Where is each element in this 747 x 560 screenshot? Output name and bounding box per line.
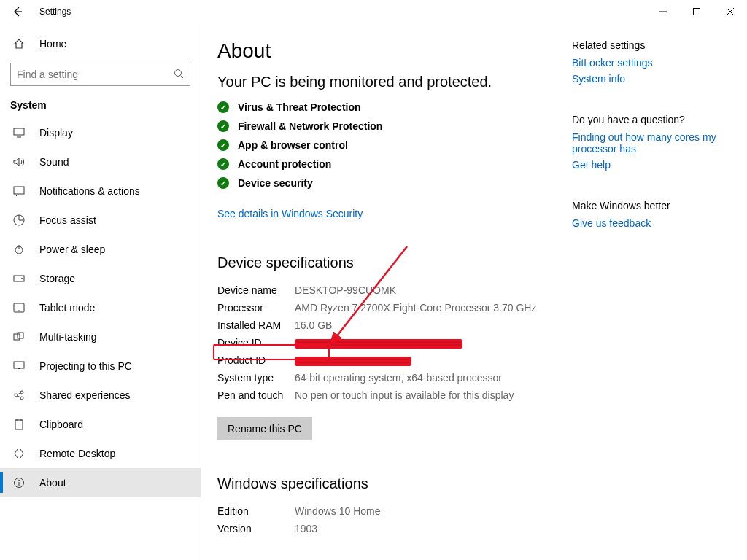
sidebar-item-notifications[interactable]: Notifications & actions <box>0 176 201 206</box>
sidebar-item-about[interactable]: About <box>0 468 201 497</box>
back-button[interactable] <box>6 0 29 23</box>
sidebar-item-multitasking[interactable]: Multi-tasking <box>0 322 201 351</box>
svg-point-18 <box>15 394 18 397</box>
check-icon: ✓ <box>217 158 229 170</box>
device-spec-table: Device name DESKTOP-99CUOMK Processor AM… <box>217 281 557 404</box>
window-title: Settings <box>39 7 71 17</box>
sidebar-section-label: System <box>0 93 201 118</box>
maximize-button[interactable] <box>680 0 713 23</box>
sidebar: Home System Display Sound Notifications … <box>0 23 201 560</box>
protection-item: ✓Firewall & Network Protection <box>217 120 557 132</box>
minimize-icon <box>659 8 667 15</box>
sidebar-item-display[interactable]: Display <box>0 118 201 147</box>
check-icon: ✓ <box>217 177 229 189</box>
sidebar-item-label: Remote Desktop <box>39 448 115 459</box>
svg-line-5 <box>181 75 184 78</box>
sidebar-item-remote[interactable]: Remote Desktop <box>0 439 201 468</box>
better-heading: Make Windows better <box>572 200 732 211</box>
spec-row-device-name: Device name DESKTOP-99CUOMK <box>217 281 557 299</box>
sidebar-item-tablet[interactable]: Tablet mode <box>0 293 201 322</box>
spec-row-ram: Installed RAM 16.0 GB <box>217 316 557 334</box>
aside: Related settings BitLocker settings Syst… <box>572 39 732 560</box>
spec-row-version: Version 1903 <box>217 520 557 537</box>
focus-assist-icon <box>12 214 26 226</box>
sidebar-item-label: Notifications & actions <box>39 185 140 197</box>
protection-item: ✓App & browser control <box>217 139 557 151</box>
spec-row-processor: Processor AMD Ryzen 7 2700X Eight-Core P… <box>217 299 557 316</box>
sidebar-item-shared[interactable]: Shared experiences <box>0 381 201 410</box>
power-icon <box>12 244 26 255</box>
svg-point-14 <box>18 310 20 311</box>
rename-pc-button[interactable]: Rename this PC <box>217 417 312 440</box>
back-arrow-icon <box>12 7 23 17</box>
sidebar-item-clipboard[interactable]: Clipboard <box>0 410 201 439</box>
tablet-icon <box>12 303 26 313</box>
maximize-icon <box>693 8 700 15</box>
check-icon: ✓ <box>217 139 229 151</box>
page-title: About <box>217 39 557 63</box>
protection-list: ✓Virus & Threat Protection ✓Firewall & N… <box>217 101 557 189</box>
sidebar-item-label: Multi-tasking <box>39 331 97 343</box>
windows-spec-table: Edition Windows 10 Home Version 1903 <box>217 502 557 537</box>
protection-heading: Your PC is being monitored and protected… <box>217 73 557 91</box>
feedback-link[interactable]: Give us feedback <box>572 217 732 229</box>
sidebar-item-label: Shared experiences <box>39 389 131 401</box>
close-icon <box>727 8 734 15</box>
sidebar-item-focus-assist[interactable]: Focus assist <box>0 206 201 235</box>
sidebar-item-storage[interactable]: Storage <box>0 264 201 293</box>
sidebar-item-power[interactable]: Power & sleep <box>0 235 201 264</box>
device-spec-heading: Device specifications <box>217 254 557 271</box>
search-icon <box>174 69 184 81</box>
spec-row-pen-touch: Pen and touch No pen or touch input is a… <box>217 386 557 404</box>
multitasking-icon <box>12 332 26 342</box>
sidebar-home[interactable]: Home <box>0 29 201 58</box>
sidebar-item-sound[interactable]: Sound <box>0 147 201 176</box>
projecting-icon <box>12 361 26 371</box>
spec-row-device-id: Device ID <box>217 334 557 351</box>
get-help-link[interactable]: Get help <box>572 159 732 171</box>
svg-rect-15 <box>14 334 20 340</box>
sidebar-item-label: Focus assist <box>39 214 96 226</box>
svg-point-19 <box>20 391 23 394</box>
titlebar: Settings <box>0 0 747 23</box>
system-info-link[interactable]: System info <box>572 73 732 85</box>
display-icon <box>12 128 26 138</box>
cores-link[interactable]: Finding out how many cores my processor … <box>572 131 732 155</box>
check-icon: ✓ <box>217 120 229 132</box>
content: About Your PC is being monitored and pro… <box>217 39 557 560</box>
svg-point-12 <box>21 278 23 279</box>
sidebar-item-label: Power & sleep <box>39 244 105 255</box>
sidebar-item-label: Clipboard <box>39 419 83 430</box>
redacted-value <box>295 354 557 366</box>
sidebar-item-label: About <box>39 477 66 489</box>
sidebar-item-projecting[interactable]: Projecting to this PC <box>0 351 201 381</box>
remote-icon <box>12 448 26 459</box>
spec-row-product-id: Product ID <box>217 351 557 369</box>
sidebar-item-label: Tablet mode <box>39 302 95 314</box>
windows-spec-heading: Windows specifications <box>217 475 557 492</box>
svg-rect-17 <box>14 362 24 368</box>
svg-point-4 <box>175 69 182 76</box>
svg-rect-1 <box>694 9 700 15</box>
security-details-link[interactable]: See details in Windows Security <box>217 208 363 219</box>
sound-icon <box>12 157 26 167</box>
notifications-icon <box>12 186 26 196</box>
protection-item: ✓Virus & Threat Protection <box>217 101 557 113</box>
close-button[interactable] <box>713 0 747 23</box>
protection-item: ✓Account protection <box>217 158 557 170</box>
home-icon <box>12 38 26 50</box>
search-box[interactable] <box>10 63 190 86</box>
svg-point-25 <box>18 480 20 481</box>
sidebar-item-label: Storage <box>39 273 75 284</box>
shared-icon <box>12 389 26 401</box>
minimize-button[interactable] <box>646 0 680 23</box>
svg-rect-8 <box>14 187 24 194</box>
sidebar-item-label: Sound <box>39 156 69 168</box>
svg-point-20 <box>20 397 23 400</box>
search-input[interactable] <box>17 69 174 80</box>
related-heading: Related settings <box>572 39 732 51</box>
redacted-value <box>295 337 557 349</box>
protection-item: ✓Device security <box>217 177 557 189</box>
window-controls <box>646 0 747 23</box>
bitlocker-link[interactable]: BitLocker settings <box>572 57 732 69</box>
